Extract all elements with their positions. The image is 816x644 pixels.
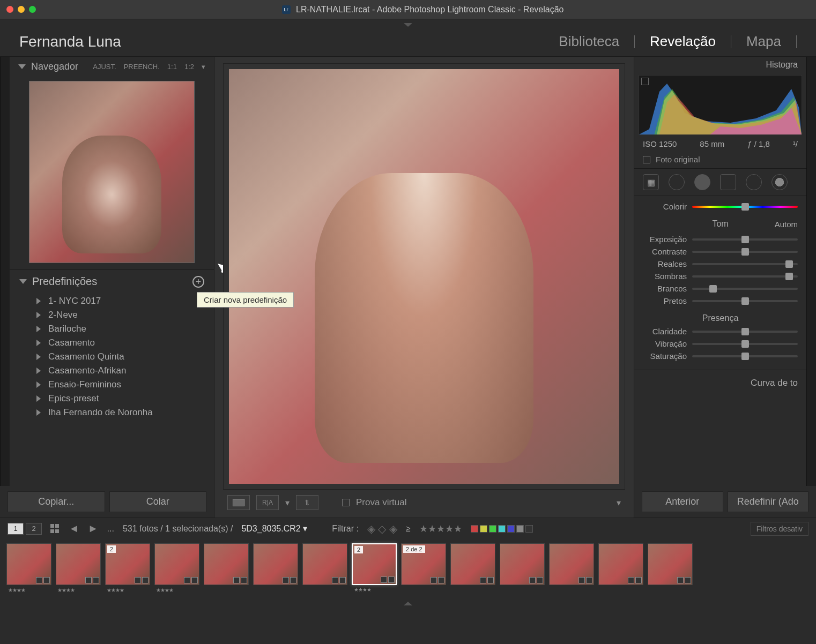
star-filter[interactable]: ★★★★★ <box>419 523 462 535</box>
spot-tool-icon[interactable] <box>669 174 685 190</box>
preset-folder[interactable]: Casamento <box>10 336 214 350</box>
loupe-view-button[interactable] <box>227 495 250 510</box>
filmstrip-thumbnail[interactable] <box>302 543 347 585</box>
preset-folder[interactable]: Bariloche <box>10 322 214 336</box>
crop-tool-icon[interactable]: ▦ <box>643 174 659 190</box>
color-label-swatch[interactable] <box>525 525 533 533</box>
module-library[interactable]: Biblioteca <box>559 33 619 50</box>
presets-header[interactable]: Predefinições + Criar nova predefinição <box>10 269 214 293</box>
clarity-slider[interactable] <box>692 331 798 333</box>
photo-count: 531 fotos / 1 selecionada(s) / <box>123 524 233 534</box>
image-canvas[interactable] <box>223 63 625 490</box>
redeye-tool-icon[interactable] <box>694 174 710 190</box>
filmstrip-thumbnail[interactable]: 2★★★★ <box>105 543 150 585</box>
filmstrip-thumbnail[interactable] <box>450 543 495 585</box>
copy-button[interactable]: Copiar... <box>8 491 105 512</box>
ge-symbol[interactable]: ≥ <box>406 524 411 534</box>
chevron-right-icon <box>36 298 41 304</box>
toolbar: R|A ▾ ⥮ Prova virtual ▾ <box>223 490 625 518</box>
right-scrollbar[interactable] <box>806 57 816 486</box>
contrast-slider[interactable] <box>692 251 798 253</box>
color-label-swatch[interactable] <box>471 525 478 533</box>
before-after-button[interactable]: R|A <box>256 495 279 510</box>
nav-forward-icon[interactable]: ► <box>88 522 99 535</box>
filmstrip-thumbnail[interactable]: 2★★★★ <box>352 543 397 585</box>
color-label-swatch[interactable] <box>516 525 524 533</box>
toolbar-dropdown-icon[interactable]: ▾ <box>617 498 621 508</box>
color-label-swatch[interactable] <box>498 525 506 533</box>
zoom-fit[interactable]: AJUST. <box>93 63 116 71</box>
zoom-custom[interactable]: 1:2 <box>184 63 194 71</box>
preset-folder[interactable]: 2-Neve <box>10 308 214 322</box>
filter-label: Filtrar : <box>332 524 359 534</box>
original-checkbox[interactable] <box>643 156 650 163</box>
curve-panel-title[interactable]: Curva de to <box>634 373 806 393</box>
module-develop[interactable]: Revelação <box>650 33 716 50</box>
maximize-button[interactable] <box>29 6 36 13</box>
preset-folder[interactable]: Ensaio-Femininos <box>10 378 214 392</box>
module-map[interactable]: Mapa <box>746 33 781 50</box>
nav-back-icon[interactable]: ◄ <box>69 522 79 535</box>
gradient-tool-icon[interactable] <box>720 174 736 190</box>
expand-bottom-handle[interactable] <box>0 598 816 605</box>
current-filename[interactable]: 5D3_8035.CR2 ▾ <box>241 523 307 534</box>
filmstrip-thumbnail[interactable]: ★★★★ <box>56 543 101 585</box>
exposure-slider[interactable] <box>692 238 798 241</box>
filmstrip-thumbnail[interactable]: ★★★★ <box>154 543 199 585</box>
brush-tool-icon[interactable] <box>772 174 788 190</box>
highlights-slider[interactable] <box>692 263 798 265</box>
left-scrollbar[interactable] <box>0 57 10 486</box>
shadows-slider[interactable] <box>692 275 798 278</box>
display-2-button[interactable]: 2 <box>26 523 42 535</box>
filmstrip-thumbnail[interactable] <box>648 543 693 585</box>
preset-folder[interactable]: Epics-preset <box>10 392 214 406</box>
preset-folder[interactable]: Casamento Quinta <box>10 350 214 364</box>
switch-button[interactable]: ⥮ <box>296 495 318 510</box>
path-ellipsis[interactable]: ... <box>107 524 114 534</box>
whites-slider[interactable] <box>692 288 798 290</box>
shadow-clipping-icon[interactable] <box>641 78 649 85</box>
filmstrip-thumbnail[interactable] <box>500 543 545 585</box>
soft-proof-checkbox[interactable] <box>342 499 350 506</box>
preset-folder[interactable]: Iha Fernando de Noronha <box>10 406 214 420</box>
filmstrip-thumbnail[interactable] <box>204 543 249 585</box>
add-preset-button[interactable]: + Criar nova predefinição <box>192 276 204 288</box>
tint-slider[interactable] <box>692 206 798 208</box>
vibrance-slider[interactable] <box>692 343 798 345</box>
color-label-swatch[interactable] <box>507 525 515 533</box>
zoom-fill[interactable]: PREENCH. <box>124 63 160 71</box>
zoom-1-1[interactable]: 1:1 <box>167 63 177 71</box>
grid-view-icon[interactable] <box>50 524 60 534</box>
navigator-preview[interactable] <box>29 81 195 263</box>
filmstrip-thumbnail[interactable] <box>598 543 643 585</box>
before-after-dropdown-icon[interactable]: ▾ <box>285 498 290 508</box>
color-label-swatch[interactable] <box>489 525 496 533</box>
radial-tool-icon[interactable] <box>746 174 762 190</box>
blacks-label: Pretos <box>643 296 687 305</box>
filmstrip-thumbnail[interactable]: 2 de 2 <box>401 543 446 585</box>
filmstrip-thumbnail[interactable] <box>549 543 594 585</box>
reset-button[interactable]: Redefinir (Ado <box>728 491 809 512</box>
display-1-button[interactable]: 1 <box>8 523 24 535</box>
preset-folder[interactable]: 1- NYC 2017 <box>10 294 214 308</box>
navigator-title: Navegador <box>31 61 78 72</box>
preset-folder[interactable]: Casamento-Afrikan <box>10 364 214 378</box>
blacks-slider[interactable] <box>692 300 798 302</box>
filmstrip[interactable]: ★★★★★★★★2★★★★★★★★2★★★★2 de 2 <box>0 539 816 598</box>
histogram[interactable] <box>639 75 802 135</box>
minimize-button[interactable] <box>18 6 25 13</box>
filters-disabled-label[interactable]: Filtros desativ <box>751 522 808 536</box>
filmstrip-thumbnail[interactable]: ★★★★ <box>6 543 51 585</box>
chevron-right-icon <box>36 354 41 360</box>
filmstrip-thumbnail[interactable] <box>253 543 298 585</box>
saturation-slider[interactable] <box>692 355 798 357</box>
previous-button[interactable]: Anterior <box>642 491 723 512</box>
expand-top-handle[interactable] <box>0 19 816 27</box>
zoom-dropdown-icon[interactable]: ▾ <box>202 63 205 71</box>
paste-button[interactable]: Colar <box>109 491 207 512</box>
color-label-swatch[interactable] <box>480 525 487 533</box>
auto-button[interactable]: Autom <box>746 220 798 229</box>
close-button[interactable] <box>6 6 13 13</box>
navigator-header[interactable]: Navegador AJUST. PREENCH. 1:1 1:2 ▾ <box>10 57 214 77</box>
flag-filter-icon[interactable]: ◈ ◇ ◈ <box>367 522 397 535</box>
